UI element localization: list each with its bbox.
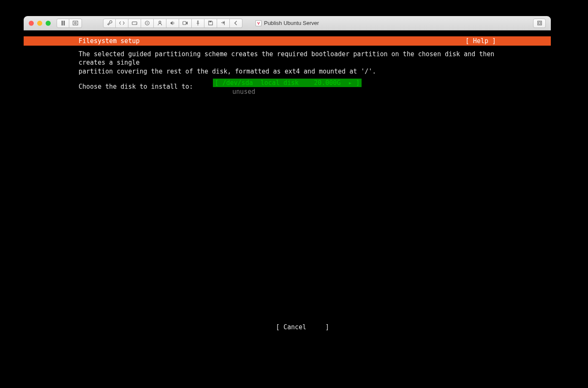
- vm-content: Filesystem setup [ Help ] The selected g…: [24, 30, 551, 347]
- disk-status: unused: [225, 87, 350, 96]
- code-icon: [119, 20, 125, 26]
- toolbar-group-devices: [103, 19, 242, 28]
- toolbar-group-right: [533, 19, 546, 28]
- svg-rect-0: [73, 21, 78, 25]
- harddisk-button[interactable]: [128, 19, 141, 28]
- chevron-right-icon: ▸: [348, 79, 352, 87]
- installer-footer: [ Cancel ]: [24, 314, 551, 347]
- svg-rect-10: [537, 21, 541, 25]
- share-icon: [220, 20, 226, 26]
- svg-point-3: [136, 24, 137, 25]
- installer-header: Filesystem setup [ Help ]: [24, 36, 551, 46]
- description-text: The selected guided partitioning scheme …: [79, 50, 496, 76]
- window-title-text: Publish Ubuntu Server: [264, 20, 319, 26]
- video-button[interactable]: [179, 19, 192, 28]
- black-gap: [24, 30, 551, 36]
- snapshot-button[interactable]: [69, 19, 82, 28]
- speaker-icon: [169, 20, 176, 26]
- help-button[interactable]: [ Help ]: [466, 37, 496, 45]
- close-button[interactable]: [29, 21, 34, 26]
- pause-icon: [60, 20, 66, 26]
- disk-selector: [ /dev/sda local disk 20.000G ▸ ] unused: [24, 79, 551, 96]
- svg-point-1: [74, 22, 76, 24]
- user-icon: [157, 20, 163, 26]
- floppy-icon: [207, 20, 214, 26]
- pause-button[interactable]: [57, 19, 69, 28]
- dock-icon: [536, 20, 543, 26]
- zoom-button[interactable]: [46, 21, 51, 26]
- settings-button[interactable]: [103, 19, 116, 28]
- user-button[interactable]: [154, 19, 166, 28]
- cancel-button[interactable]: [ Cancel ]: [276, 323, 329, 331]
- installer-body: The selected guided partitioning scheme …: [24, 46, 551, 314]
- wrench-icon: [106, 20, 113, 26]
- snapshot-icon: [72, 20, 79, 26]
- virtualbox-icon: V: [256, 20, 261, 26]
- svg-rect-7: [183, 22, 186, 25]
- installer-title: Filesystem setup: [79, 37, 140, 45]
- window-title: V Publish Ubuntu Server: [256, 20, 319, 26]
- audio-button[interactable]: [166, 19, 179, 28]
- svg-rect-2: [132, 22, 137, 25]
- installer-screen: Filesystem setup [ Help ] The selected g…: [24, 36, 551, 347]
- traffic-lights: [29, 21, 51, 26]
- disc-icon: [144, 20, 150, 26]
- minimize-button[interactable]: [37, 21, 42, 26]
- floppy-button[interactable]: [204, 19, 217, 28]
- disk-option[interactable]: [ /dev/sda local disk 20.000G ▸ ]: [213, 79, 361, 87]
- vm-window: V Publish Ubuntu Server Filesystem setup…: [24, 16, 551, 347]
- video-icon: [182, 20, 188, 26]
- harddisk-icon: [131, 20, 138, 26]
- usb-icon: [195, 20, 201, 26]
- code-button[interactable]: [116, 19, 128, 28]
- back-button[interactable]: [230, 19, 242, 28]
- chevron-left-icon: [233, 20, 239, 26]
- optical-button[interactable]: [141, 19, 154, 28]
- svg-point-6: [159, 21, 161, 23]
- usb-button[interactable]: [192, 19, 204, 28]
- titlebar: V Publish Ubuntu Server: [24, 16, 551, 30]
- dock-button[interactable]: [533, 19, 546, 28]
- svg-point-8: [197, 20, 198, 21]
- svg-rect-11: [539, 22, 541, 24]
- svg-point-5: [147, 22, 147, 23]
- share-button[interactable]: [217, 19, 230, 28]
- toolbar-group-pause: [57, 19, 82, 28]
- svg-rect-9: [210, 21, 212, 22]
